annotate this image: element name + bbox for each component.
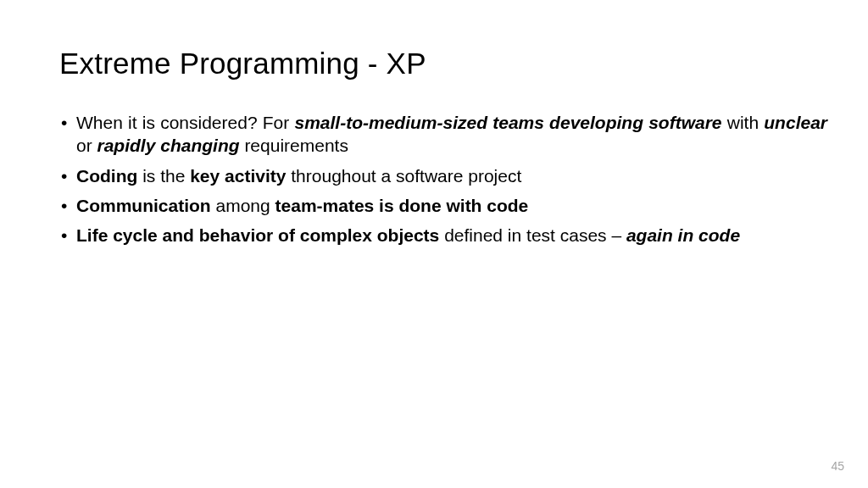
bullet-item: Coding is the key activity throughout a … [61, 164, 827, 187]
text-run-bold: Coding [76, 166, 137, 186]
text-run-bold: Communication [76, 196, 211, 215]
text-run: or [76, 136, 97, 155]
bullet-item: Life cycle and behavior of complex objec… [61, 224, 827, 247]
text-run: among [211, 196, 275, 215]
text-run: requirements [240, 136, 348, 155]
text-run: defined in test cases – [439, 225, 626, 245]
text-run: When it is considered? For [76, 113, 294, 132]
text-run-bold: key activity [190, 166, 286, 186]
bullet-list: When it is considered? For small-to-medi… [59, 111, 827, 247]
text-run-bold-italic: unclear [764, 113, 827, 132]
bullet-item: Communication among team-mates is done w… [61, 194, 827, 217]
text-run-bold: Life cycle and behavior of complex objec… [76, 225, 439, 245]
text-run: with [722, 113, 765, 132]
text-run-bold-italic: rapidly changing [97, 136, 240, 155]
text-run: throughout a software project [286, 166, 521, 186]
bullet-item: When it is considered? For small-to-medi… [61, 111, 827, 158]
slide-title: Extreme Programming - XP [59, 47, 827, 80]
text-run-bold: team-mates is done with code [275, 196, 529, 215]
slide: Extreme Programming - XP When it is cons… [0, 0, 868, 488]
text-run: is the [137, 166, 190, 186]
text-run-bold-italic: small-to-medium-sized teams developing s… [294, 113, 721, 132]
text-run-bold-italic: again in code [626, 225, 740, 245]
page-number: 45 [831, 459, 844, 473]
